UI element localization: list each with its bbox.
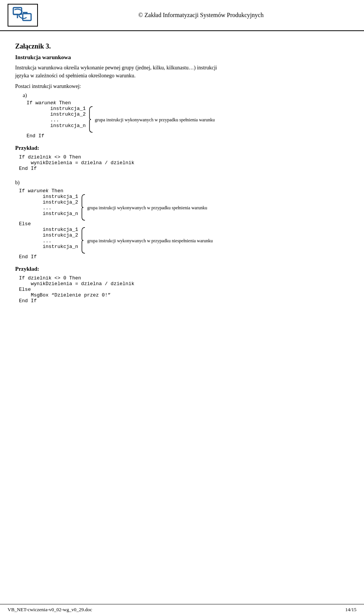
part-a: a) If warunek Then instrukcja_1 instrukc… bbox=[23, 93, 349, 139]
part-a-label: a) bbox=[23, 93, 349, 99]
part-b-section: b) If warunek Then instrukcja_1 instrukc… bbox=[15, 180, 349, 260]
header: © Zakład Informatyzacji Systemów Produkc… bbox=[0, 0, 364, 31]
example2-section: Przykład: If dzielnik <> 0 Then wynikDzi… bbox=[15, 266, 349, 304]
footer-filename: VB_NET-cwiczenia-v0_02-wg_v0_29.doc bbox=[8, 607, 92, 613]
code-b-block: If warunek Then instrukcja_1 instrukcja_… bbox=[19, 188, 349, 260]
header-title: © Zakład Informatyzacji Systemów Produkc… bbox=[46, 12, 356, 19]
intro-text: Instrukcja warunkowa określa wykonanie p… bbox=[15, 64, 349, 80]
example1-heading: Przykład: bbox=[15, 145, 349, 151]
code-a-block: If warunek Then instrukcja_1 instrukcja_… bbox=[27, 100, 349, 139]
main-content: Załącznik 3. Instrukcja warunkowa Instru… bbox=[0, 31, 364, 315]
part-b-label: b) bbox=[15, 180, 349, 186]
example1-code: If dzielnik <> 0 Then wynikDzielenia = d… bbox=[19, 154, 349, 171]
svg-rect-1 bbox=[23, 14, 31, 20]
annotation-b-then: grupa instrukcji wykonywanych w przypadk… bbox=[81, 194, 207, 221]
annotation-b-else: grupa instrukcji wykonywanych w przypadk… bbox=[81, 227, 213, 254]
code-a-text: If warunek Then instrukcja_1 instrukcja_… bbox=[27, 100, 215, 139]
footer: VB_NET-cwiczenia-v0_02-wg_v0_29.doc 14/1… bbox=[0, 604, 364, 615]
page: © Zakład Informatyzacji Systemów Produkc… bbox=[0, 0, 364, 615]
attachment-label: Załącznik 3. bbox=[15, 42, 349, 50]
brace-b-then-icon bbox=[81, 194, 86, 221]
example2-heading: Przykład: bbox=[15, 266, 349, 272]
logo-icon bbox=[11, 7, 34, 24]
footer-page: 14/15 bbox=[345, 607, 356, 613]
brace-a-icon bbox=[89, 106, 93, 133]
example1-section: Przykład: If dzielnik <> 0 Then wynikDzi… bbox=[15, 145, 349, 171]
logo bbox=[8, 4, 38, 27]
postaci-heading: Postaci instrukcji warunkowej: bbox=[15, 83, 349, 89]
annotation-a: grupa instrukcji wykonywanych w przypadk… bbox=[89, 106, 215, 133]
example2-code: If dzielnik <> 0 Then wynikDzielenia = d… bbox=[19, 275, 349, 304]
brace-b-else-icon bbox=[81, 227, 86, 254]
section-title: Instrukcja warunkowa bbox=[15, 54, 349, 61]
